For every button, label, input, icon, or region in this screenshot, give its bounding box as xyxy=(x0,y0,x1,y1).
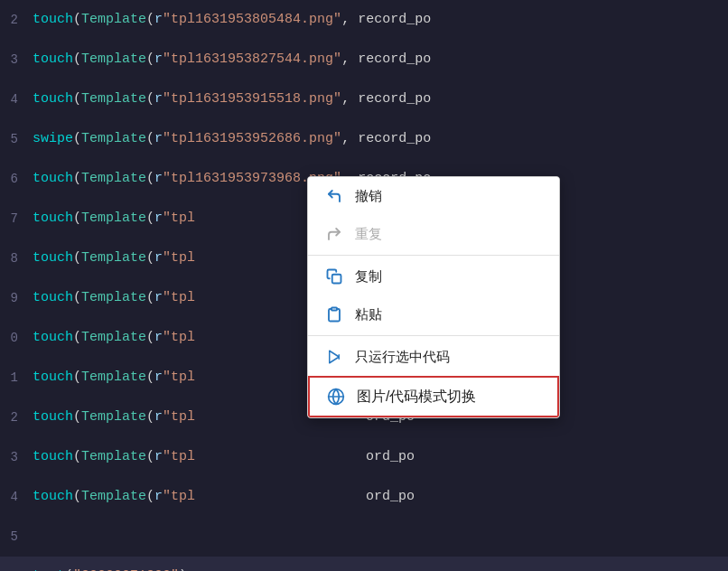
menu-item-copy-label: 复制 xyxy=(355,268,382,286)
paste-icon xyxy=(324,304,344,324)
menu-item-undo-label: 撤销 xyxy=(355,188,382,205)
code-editor: 2 touch(Template(r"tpl1631953805484.png"… xyxy=(0,0,728,571)
code-line-14: 4 touch(Template(r"tpl ord_po xyxy=(0,477,728,517)
menu-item-switch-mode[interactable]: 图片/代码模式切换 xyxy=(308,376,559,417)
menu-separator-2 xyxy=(308,335,559,336)
menu-item-run-selected[interactable]: 只运行选中代码 xyxy=(308,338,559,376)
code-line-2: 2 touch(Template(r"tpl1631953805484.png"… xyxy=(0,0,728,40)
menu-item-paste[interactable]: 粘贴 xyxy=(308,295,559,333)
run-selected-icon xyxy=(324,347,344,367)
copy-icon xyxy=(324,267,344,286)
menu-item-redo[interactable]: 重复 xyxy=(308,215,559,253)
menu-item-paste-label: 粘贴 xyxy=(355,306,382,323)
code-line-text1: 6 text("20000071300") xyxy=(0,557,728,571)
redo-icon xyxy=(324,224,344,244)
menu-item-switch-mode-label: 图片/代码模式切换 xyxy=(357,388,476,407)
code-line-4: 4 touch(Template(r"tpl1631953915518.png"… xyxy=(0,80,728,119)
menu-item-run-selected-label: 只运行选中代码 xyxy=(355,349,450,366)
switch-mode-icon xyxy=(326,387,346,407)
undo-icon xyxy=(324,186,344,206)
code-line-13: 3 touch(Template(r"tpl ord_po xyxy=(0,437,728,477)
svg-marker-2 xyxy=(330,351,340,363)
menu-item-undo[interactable]: 撤销 xyxy=(308,177,559,215)
svg-rect-0 xyxy=(332,275,341,284)
menu-item-redo-label: 重复 xyxy=(355,226,382,243)
code-line-3: 3 touch(Template(r"tpl1631953827544.png"… xyxy=(0,40,728,80)
code-line-5: 5 swipe(Template(r"tpl1631953952686.png"… xyxy=(0,119,728,159)
context-menu: 撤销 重复 复制 xyxy=(307,176,560,418)
menu-item-copy[interactable]: 复制 xyxy=(308,257,559,295)
svg-rect-1 xyxy=(331,308,337,311)
menu-separator-1 xyxy=(308,255,559,256)
code-line-blank: 5 xyxy=(0,517,728,557)
